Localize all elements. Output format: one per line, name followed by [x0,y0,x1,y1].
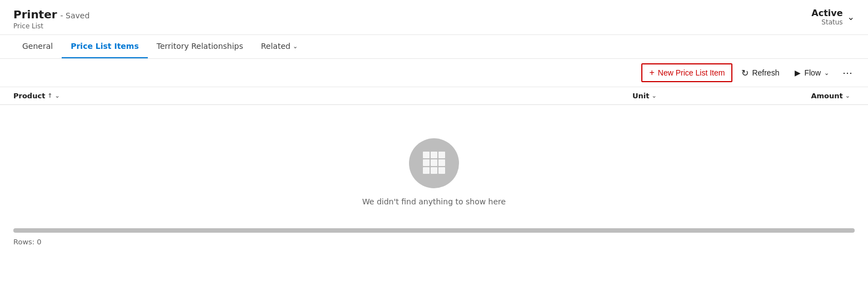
svg-rect-6 [423,167,430,174]
product-column-label: Product [13,92,45,100]
unit-filter-icon: ⌄ [651,92,656,99]
svg-rect-4 [431,159,437,166]
navigation-tabs: General Price List Items Territory Relat… [0,35,868,59]
table-header: Product ↑ ⌄ Unit ⌄ Amount ⌄ [0,87,868,105]
refresh-icon: ↻ [741,68,749,78]
svg-rect-8 [438,167,445,174]
record-name: Printer [13,8,57,21]
record-type: Price List [13,22,89,30]
column-header-unit[interactable]: Unit ⌄ [632,92,744,100]
refresh-label: Refresh [752,68,779,77]
refresh-button[interactable]: ↻ Refresh [735,64,786,82]
column-header-product[interactable]: Product ↑ ⌄ [13,92,632,100]
new-price-list-item-button[interactable]: + New Price List Item [641,63,732,82]
svg-rect-1 [431,152,437,158]
svg-rect-2 [438,152,445,158]
flow-chevron-icon: ⌄ [824,69,829,77]
svg-rect-5 [438,159,445,166]
tab-territory-relationships[interactable]: Territory Relationships [148,35,252,58]
tab-general[interactable]: General [13,35,62,58]
product-sort-icon: ↑ [47,92,52,99]
empty-state-icon-circle [409,138,459,188]
grid-icon [421,149,447,178]
amount-column-label: Amount [811,92,843,100]
header-left: Printer - Saved Price List [13,8,89,30]
rows-count: Rows: 0 [13,238,42,246]
table-footer: Rows: 0 [0,233,868,250]
status-label: Status [811,18,842,26]
toolbar: + New Price List Item ↻ Refresh ▶ Flow ⌄… [0,59,868,87]
more-options-button[interactable]: ⋯ [838,63,857,82]
flow-icon: ▶ [795,68,801,77]
page-header: Printer - Saved Price List Active Status… [0,0,868,35]
horizontal-scrollbar[interactable] [13,228,855,233]
svg-rect-3 [423,159,430,166]
svg-rect-0 [423,152,430,158]
tab-related[interactable]: Related ⌄ [252,35,307,58]
tab-related-label: Related [261,42,291,51]
unit-column-label: Unit [632,92,649,100]
scrollbar-thumb[interactable] [13,228,855,233]
status-value: Active [811,8,842,18]
new-price-list-item-label: New Price List Item [658,68,725,77]
flow-label: Flow [804,68,821,77]
status-control[interactable]: Active Status ⌄ [811,8,855,26]
related-chevron-icon: ⌄ [293,43,298,50]
saved-indicator: - Saved [61,11,90,20]
column-header-amount[interactable]: Amount ⌄ [744,92,855,100]
tab-price-list-items[interactable]: Price List Items [62,35,148,58]
header-title-group: Printer - Saved [13,8,89,21]
empty-state-message: We didn't find anything to show here [362,197,506,206]
plus-icon: + [649,68,654,78]
svg-rect-7 [431,167,437,174]
more-options-icon: ⋯ [842,67,852,78]
amount-filter-icon: ⌄ [845,92,850,99]
status-chevron-icon: ⌄ [847,12,855,22]
empty-state: We didn't find anything to show here [0,105,868,228]
product-filter-icon: ⌄ [55,92,60,99]
flow-button[interactable]: ▶ Flow ⌄ [788,65,836,81]
